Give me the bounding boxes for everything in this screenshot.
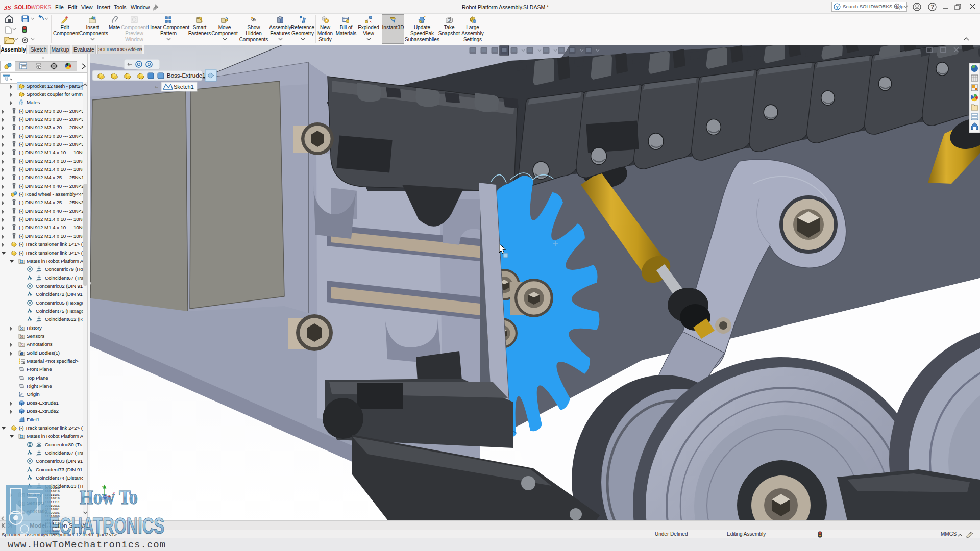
svg-text:3S: 3S — [4, 4, 11, 11]
svg-text:Sketch1: Sketch1 — [174, 84, 194, 90]
svg-text:SOLID: SOLID — [14, 4, 31, 10]
svg-text:Boss-Extrude1: Boss-Extrude1 — [167, 72, 205, 79]
svg-text:?: ? — [836, 5, 839, 10]
svg-text:A: A — [21, 510, 23, 513]
svg-text:?: ? — [931, 4, 935, 10]
svg-text:A: A — [21, 343, 23, 346]
svg-text:WORKS: WORKS — [31, 4, 52, 10]
